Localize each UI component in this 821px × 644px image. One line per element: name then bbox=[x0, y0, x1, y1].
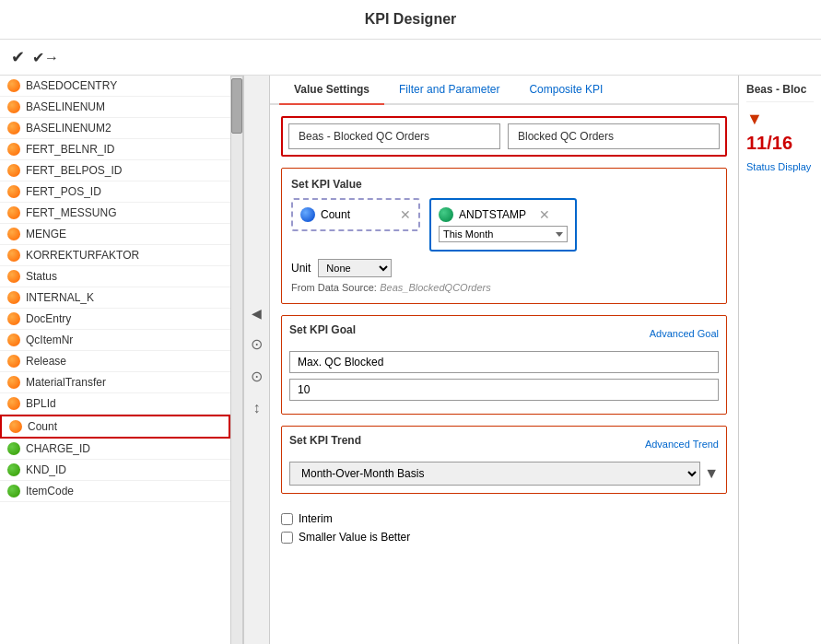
smaller-better-label: Smaller Value is Better bbox=[299, 531, 410, 544]
checkboxes-section: Interim Smaller Value is Better bbox=[281, 505, 727, 551]
list-item[interactable]: FERT_BELPOS_ID bbox=[0, 160, 230, 181]
list-item[interactable]: DocEntry bbox=[0, 309, 230, 330]
datasource-label: From Data Source: bbox=[291, 282, 377, 293]
trend-dropdown[interactable]: Month-Over-Month Basis bbox=[289, 462, 700, 486]
kpi-name-input[interactable] bbox=[288, 123, 500, 149]
list-item[interactable]: ItemCode bbox=[0, 481, 230, 502]
list-item[interactable]: BASEDOCENTRY bbox=[0, 76, 230, 97]
list-item[interactable]: BASELINENUM2 bbox=[0, 118, 230, 139]
andtstamp-field-box: ANDTSTAMP ✕ This Month bbox=[429, 198, 577, 252]
list-item-label: KORREKTURFAKTOR bbox=[26, 249, 139, 262]
andtstamp-icon bbox=[439, 207, 453, 222]
orange-field-icon bbox=[7, 334, 20, 346]
down-arrow-icon: ▼ bbox=[746, 110, 814, 129]
orange-field-icon bbox=[7, 122, 20, 135]
list-item-label: CHARGE_ID bbox=[26, 442, 90, 455]
interim-checkbox[interactable] bbox=[281, 513, 293, 525]
list-item-label: QcItemNr bbox=[26, 334, 73, 346]
list-item[interactable]: FERT_POS_ID bbox=[0, 181, 230, 203]
page-title: KPI Designer bbox=[0, 0, 821, 40]
right-panel-title: Beas - Bloc bbox=[746, 83, 814, 102]
list-item[interactable]: QcItemNr bbox=[0, 330, 230, 351]
confirm-button[interactable]: ✔ bbox=[11, 47, 25, 67]
orange-field-icon bbox=[7, 79, 20, 92]
orange-field-icon bbox=[7, 397, 20, 410]
target-icon: ⊙ bbox=[251, 335, 263, 353]
list-item-label: KND_ID bbox=[26, 463, 66, 476]
datasource-value: Beas_BlockedQCOrders bbox=[380, 282, 490, 293]
trend-icon: ↕ bbox=[253, 400, 261, 416]
target2-icon: ⊙ bbox=[251, 368, 263, 385]
toolbar: ✔ ✔→ bbox=[0, 40, 821, 76]
set-kpi-value-section: Set KPI Value Count ✕ ANDTSTAMP ✕ bbox=[281, 168, 727, 304]
count-close-button[interactable]: ✕ bbox=[400, 207, 411, 222]
orange-field-icon bbox=[7, 249, 20, 262]
list-item-label: INTERNAL_K bbox=[26, 291, 94, 304]
list-item-label: Status bbox=[26, 270, 57, 283]
list-item[interactable]: BASELINENUM bbox=[0, 97, 230, 118]
kpi-name-row bbox=[281, 116, 727, 157]
list-item-label: MENGE bbox=[26, 228, 66, 240]
list-item-label: FERT_BELPOS_ID bbox=[26, 164, 122, 177]
interim-checkbox-row: Interim bbox=[281, 512, 727, 525]
advanced-goal-link[interactable]: Advanced Goal bbox=[650, 328, 719, 339]
list-item[interactable]: MENGE bbox=[0, 224, 230, 245]
orange-field-icon bbox=[7, 228, 20, 240]
list-item[interactable]: INTERNAL_K bbox=[0, 287, 230, 309]
list-item-label: Release bbox=[26, 355, 66, 368]
orange-field-icon bbox=[7, 312, 20, 325]
list-item[interactable]: FERT_MESSUNG bbox=[0, 203, 230, 224]
tab-composite-kpi[interactable]: Composite KPI bbox=[514, 76, 617, 105]
list-item[interactable]: FERT_BELNR_ID bbox=[0, 139, 230, 160]
count-field-box: Count ✕ bbox=[291, 198, 420, 231]
main-content: Value Settings Filter and Parameter Comp… bbox=[270, 76, 738, 644]
list-item[interactable]: KND_ID bbox=[0, 460, 230, 481]
count-label: Count bbox=[321, 208, 350, 221]
list-item-label: BPLId bbox=[26, 397, 56, 410]
orange-field-icon bbox=[7, 143, 20, 156]
andtstamp-label: ANDTSTAMP bbox=[459, 208, 526, 221]
list-item-label: FERT_BELNR_ID bbox=[26, 143, 114, 156]
right-panel: Beas - Bloc ▼ 11/16 Status Display bbox=[738, 76, 821, 644]
list-item-label: BASEDOCENTRY bbox=[26, 79, 117, 92]
list-item-label: ItemCode bbox=[26, 485, 74, 498]
tab-filter-parameter[interactable]: Filter and Parameter bbox=[384, 76, 514, 105]
list-item[interactable]: Release bbox=[0, 351, 230, 372]
list-item-label: DocEntry bbox=[26, 312, 71, 325]
list-item[interactable]: Count bbox=[0, 415, 230, 439]
confirm-arrow-button[interactable]: ✔→ bbox=[32, 49, 59, 66]
interim-label: Interim bbox=[299, 512, 333, 525]
list-item-label: BASELINENUM2 bbox=[26, 122, 111, 135]
set-kpi-goal-title: Set KPI Goal bbox=[289, 323, 356, 336]
list-item[interactable]: BPLId bbox=[0, 393, 230, 415]
smaller-better-checkbox[interactable] bbox=[281, 532, 293, 544]
period-dropdown[interactable]: This Month bbox=[439, 226, 568, 242]
sidebar-list: BASEDOCENTRYBASELINENUMBASELINENUM2FERT_… bbox=[0, 76, 230, 644]
list-item[interactable]: Status bbox=[0, 266, 230, 287]
display-name-input[interactable] bbox=[508, 123, 720, 149]
andtstamp-close-button[interactable]: ✕ bbox=[539, 207, 550, 222]
unit-label: Unit bbox=[291, 262, 311, 275]
collapse-left-button[interactable]: ◀ bbox=[252, 306, 262, 321]
list-item-label: BASELINENUM bbox=[26, 100, 105, 113]
list-item[interactable]: CHARGE_ID bbox=[0, 439, 230, 460]
unit-dropdown[interactable]: None bbox=[318, 259, 392, 277]
set-kpi-trend-section: Set KPI Trend Advanced Trend Month-Over-… bbox=[281, 426, 727, 494]
list-item-label: FERT_MESSUNG bbox=[26, 206, 116, 219]
advanced-trend-link[interactable]: Advanced Trend bbox=[645, 439, 719, 450]
kpi-count: 11/16 bbox=[746, 133, 814, 154]
goal-name-input[interactable] bbox=[289, 351, 719, 373]
list-item-label: MaterialTransfer bbox=[26, 376, 106, 389]
list-item[interactable]: MaterialTransfer bbox=[0, 372, 230, 393]
tab-value-settings[interactable]: Value Settings bbox=[279, 76, 384, 105]
sidebar-scrollbar[interactable] bbox=[230, 76, 243, 644]
set-kpi-value-title: Set KPI Value bbox=[291, 178, 717, 191]
set-kpi-goal-section: Set KPI Goal Advanced Goal bbox=[281, 315, 727, 415]
status-display-link[interactable]: Status Display bbox=[746, 161, 814, 172]
green-field-icon bbox=[7, 463, 20, 476]
count-icon bbox=[300, 207, 315, 222]
list-item[interactable]: KORREKTURFAKTOR bbox=[0, 245, 230, 266]
orange-field-icon bbox=[7, 206, 20, 219]
trend-dropdown-arrow[interactable]: ▼ bbox=[704, 465, 719, 482]
goal-value-input[interactable] bbox=[289, 379, 719, 401]
